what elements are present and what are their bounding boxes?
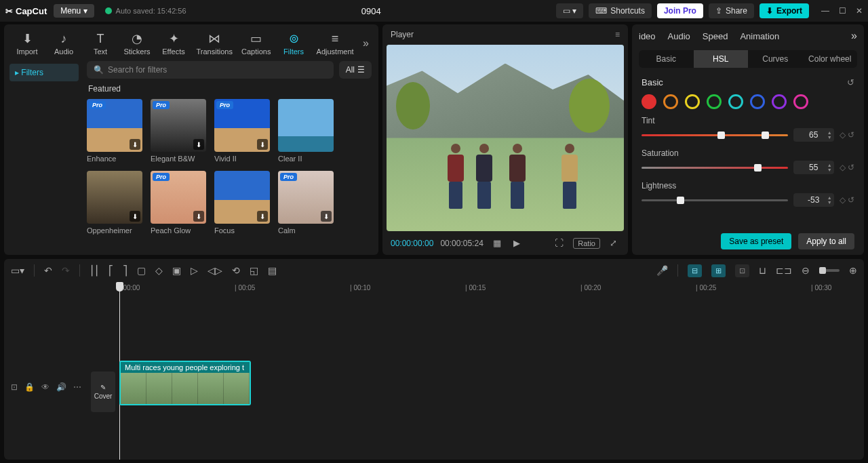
toptab-filters[interactable]: ⊚Filters	[276, 28, 311, 58]
hsl-color-3[interactable]	[707, 94, 722, 109]
filter-thumb-focus[interactable]: ⬇Focus	[214, 171, 270, 235]
delete-icon[interactable]: ▢	[137, 265, 146, 276]
snap-mode-2[interactable]: ⊞	[711, 264, 726, 277]
toptab-stickers[interactable]: ◔Stickers	[119, 28, 155, 58]
toptab-text[interactable]: TText	[83, 29, 118, 58]
magnet-icon[interactable]: ⊔	[759, 265, 766, 276]
fullscreen-icon[interactable]: ⤢	[607, 237, 620, 249]
grid-icon[interactable]: ▦	[490, 237, 504, 249]
player-menu-icon[interactable]: ≡	[615, 30, 620, 39]
ratio-button[interactable]: Ratio	[573, 238, 600, 249]
trim-right-icon[interactable]: ⎤	[123, 265, 127, 276]
timeline-clip[interactable]: Multi races young people exploring t	[119, 361, 251, 405]
autosave-status: Auto saved: 15:42:56	[105, 7, 186, 15]
subtab-curves[interactable]: Curves	[748, 50, 803, 68]
player-viewport[interactable]	[387, 45, 624, 231]
tab-audio[interactable]: Audio	[668, 31, 690, 41]
slider-saturation[interactable]	[642, 167, 788, 169]
hsl-color-1[interactable]	[663, 94, 678, 109]
hsl-color-5[interactable]	[750, 94, 765, 109]
hsl-color-7[interactable]	[793, 94, 808, 109]
timecode-duration: 00:00:05:24	[440, 239, 483, 248]
filter-thumb-peach-glow[interactable]: Pro⬇Peach Glow	[151, 171, 206, 235]
filter-thumb-enhance[interactable]: Pro⬇Enhance	[87, 99, 142, 163]
tab-video[interactable]: ideo	[639, 31, 656, 41]
save-preset-button[interactable]: Save as preset	[721, 233, 791, 249]
link-icon[interactable]: ⊏⊐	[776, 265, 792, 276]
layout-button[interactable]: ▭ ▾	[556, 3, 583, 18]
hsl-color-0[interactable]	[642, 94, 656, 109]
toptab-adjustment[interactable]: ≡Adjustment	[313, 29, 357, 58]
track-more-icon[interactable]: ⋯	[73, 382, 81, 392]
group-icon[interactable]: ▣	[172, 265, 181, 276]
ruler-mark: | 00:15	[465, 284, 486, 291]
value-tint[interactable]: 65▲▼	[793, 128, 834, 142]
subtab-color-wheel[interactable]: Color wheel	[803, 50, 858, 68]
play-button[interactable]: ▶	[511, 237, 523, 249]
redo-icon[interactable]: ↷	[62, 265, 70, 276]
filter-thumb-clear-ii[interactable]: Clear II	[278, 99, 334, 163]
maximize-icon[interactable]: ☐	[839, 6, 846, 16]
crop-icon[interactable]: ◱	[250, 265, 258, 276]
hsl-color-2[interactable]	[685, 94, 700, 109]
marker-icon[interactable]: ◇	[155, 265, 163, 276]
toptab-transitions[interactable]: ⋈Transitions	[193, 28, 236, 58]
zoom-out-icon[interactable]: ⊖	[802, 265, 810, 276]
filter-all-button[interactable]: All ☰	[339, 61, 372, 79]
value-saturation[interactable]: 55▲▼	[793, 161, 834, 174]
pointer-tool-icon[interactable]: ▭▾	[11, 265, 24, 276]
search-input[interactable]: 🔍 Search for filters	[87, 61, 334, 79]
reset-icon[interactable]: ↺	[847, 77, 854, 87]
rotate-icon[interactable]: ⟲	[232, 265, 240, 276]
tabs-more-icon[interactable]: »	[851, 30, 857, 42]
track-mute-icon[interactable]: 🔊	[56, 382, 66, 392]
export-button[interactable]: ⬇ Export	[760, 3, 809, 18]
slider-tint[interactable]	[642, 134, 788, 136]
timecode-current: 00:00:00:00	[391, 239, 433, 248]
basic-label: Basic	[642, 77, 663, 87]
menu-button[interactable]: Menu ▾	[54, 4, 94, 18]
track-visible-icon[interactable]: 👁	[41, 382, 50, 392]
subtab-hsl[interactable]: HSL	[694, 50, 749, 68]
zoom-in-icon[interactable]: ⊕	[849, 265, 857, 276]
snap-mode-1[interactable]: ⊟	[688, 264, 702, 277]
hsl-color-6[interactable]	[772, 94, 787, 109]
snap-mode-3[interactable]: ⊡	[735, 264, 749, 277]
expand-icon[interactable]: »	[359, 37, 373, 49]
toptab-captions[interactable]: ▭Captions	[237, 28, 275, 58]
split-icon[interactable]: ⎮⎮	[90, 265, 99, 276]
player-title: Player	[391, 30, 414, 39]
apply-all-button[interactable]: Apply to all	[798, 233, 854, 249]
filter-thumb-calm[interactable]: Pro⬇Calm	[278, 171, 334, 235]
track-lock-icon[interactable]: 🔒	[24, 382, 35, 392]
toptab-audio[interactable]: ♪Audio	[46, 29, 81, 58]
value-lightness[interactable]: -53▲▼	[793, 193, 834, 207]
filter-thumb-vivid-ii[interactable]: Pro⬇Vivid II	[214, 99, 270, 163]
tab-speed[interactable]: Speed	[703, 31, 728, 41]
mirror-icon[interactable]: ◁▷	[208, 265, 222, 276]
minimize-icon[interactable]: —	[821, 6, 829, 16]
track-expand-icon[interactable]: ⊡	[11, 382, 18, 392]
toptab-effects[interactable]: ✦Effects	[156, 28, 191, 58]
hsl-color-4[interactable]	[728, 94, 743, 109]
freeze-icon[interactable]: ▤	[268, 265, 277, 276]
filter-thumb-elegant-b&w[interactable]: Pro⬇Elegant B&W	[151, 99, 206, 163]
scale-icon[interactable]: ⛶	[552, 237, 566, 249]
share-button[interactable]: ⇪ Share	[709, 3, 754, 18]
filter-thumb-oppenheimer[interactable]: ⬇Oppenheimer	[87, 171, 142, 235]
cover-button[interactable]: ✎ Cover	[91, 371, 115, 412]
close-icon[interactable]: ✕	[856, 6, 863, 16]
toptab-import[interactable]: ⬇Import	[9, 28, 45, 58]
subtab-basic[interactable]: Basic	[639, 50, 694, 68]
undo-icon[interactable]: ↶	[44, 265, 52, 276]
slider-lightness[interactable]	[642, 199, 788, 201]
trim-left-icon[interactable]: ⎡	[108, 265, 113, 276]
join-pro-button[interactable]: Join Pro	[657, 3, 703, 18]
section-title-featured: Featured	[88, 84, 372, 94]
tab-animation[interactable]: Animation	[740, 31, 779, 41]
project-title[interactable]: 0904	[193, 6, 549, 16]
sidebar-item-filters[interactable]: ▸ Filters	[9, 64, 79, 81]
playout-icon[interactable]: ▷	[191, 265, 198, 276]
shortcuts-button[interactable]: ⌨ Shortcuts	[589, 3, 652, 18]
mic-icon[interactable]: 🎤	[656, 265, 668, 276]
